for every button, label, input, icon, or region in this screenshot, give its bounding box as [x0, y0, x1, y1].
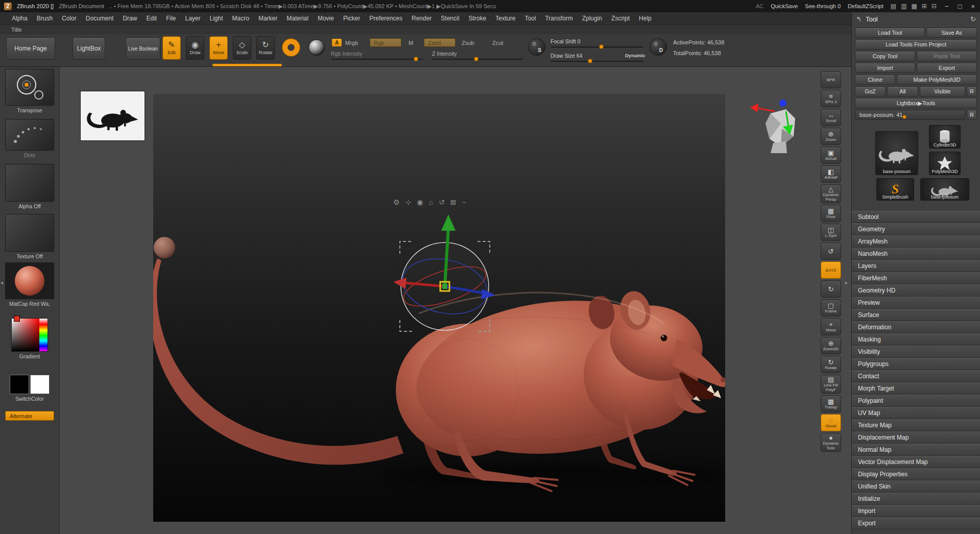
menu-item[interactable]: Stroke [464, 13, 491, 24]
goz-all-button[interactable]: All [887, 86, 918, 96]
tool-section-row[interactable]: Deformation [852, 321, 980, 333]
lock-icon[interactable]: ⊠ [450, 198, 457, 206]
tool-section-row[interactable]: NanoMesh [852, 248, 980, 260]
see-through-control[interactable]: See-through 0 [805, 3, 841, 9]
shelf-button[interactable]: ▢ Frame [821, 299, 841, 317]
shelf-button[interactable]: ⊕ Zoom3D [821, 337, 841, 354]
tool-section-row[interactable]: Import [852, 505, 980, 517]
secondary-color-swatch[interactable] [30, 375, 50, 394]
shelf-button[interactable]: BPR [821, 71, 841, 88]
active-tool-thumbnail[interactable]: base-possum [875, 131, 918, 175]
quicksave-button[interactable]: QuickSave [771, 3, 798, 9]
menu-item[interactable]: Preferences [365, 13, 407, 24]
shelf-button[interactable]: ◫ L.Sym [821, 224, 841, 241]
tool-section-row[interactable]: Masking [852, 333, 980, 346]
matcap-material-thumbnail[interactable]: MatCap Red Wa, [5, 262, 54, 307]
titlebar-icon[interactable]: ▦ [911, 3, 917, 10]
shelf-button[interactable]: △ Dynamic Persp [821, 184, 841, 203]
alternate-button[interactable]: Alternate [5, 411, 54, 421]
menu-item[interactable]: Macro [228, 13, 254, 24]
menu-item[interactable]: Texture [491, 13, 520, 24]
tool-section-row[interactable]: UV Map [852, 407, 980, 419]
goz-button[interactable]: GoZ [855, 86, 886, 96]
m-button[interactable]: M [409, 40, 413, 46]
goz-visible-button[interactable]: Visible [920, 86, 965, 96]
tool-section-row[interactable]: Display Properties [852, 468, 980, 480]
default-zscript-button[interactable]: DefaultZScript [848, 3, 883, 9]
minimize-button[interactable]: − [944, 3, 950, 10]
transpose-tool[interactable]: Transpose [5, 69, 54, 113]
tool-section-row[interactable]: Polypaint [852, 395, 980, 407]
shelf-button[interactable]: ↻ Rotate [821, 356, 841, 373]
menu-item[interactable]: Movie [313, 13, 339, 24]
tool-section-row[interactable]: Subtool [852, 211, 980, 223]
shelf-button[interactable]: ↔ Scroll [821, 109, 841, 126]
menu-item[interactable]: Draw [118, 13, 141, 24]
tool-section-row[interactable]: Geometry HD [852, 284, 980, 297]
home-icon[interactable]: ⌂ [429, 198, 433, 206]
load-tools-from-project-button[interactable]: Load Tools From Project [855, 39, 977, 50]
d-button[interactable]: ⚙ D [650, 38, 667, 56]
cylinder3d-tool-thumbnail[interactable]: Cylinder3D [929, 125, 961, 149]
simplebrush-tool-thumbnail[interactable]: S SimpleBrush [876, 178, 914, 201]
shelf-button[interactable]: ▩ Transp [821, 395, 841, 412]
saturation-value-area[interactable] [12, 319, 39, 351]
base-possum-tool-thumbnail[interactable]: base-possum [920, 178, 969, 201]
live-boolean-button[interactable]: Live Boolean [126, 37, 160, 60]
shelf-button[interactable]: ▤ Line Fill PolyF [821, 375, 841, 394]
home-page-button[interactable]: Home Page [6, 37, 55, 60]
shelf-button[interactable]: ◌ Ghost [821, 414, 841, 431]
tool-section-row[interactable]: Texture Map [852, 419, 980, 431]
close-button[interactable]: × [970, 3, 976, 10]
tool-section-row[interactable]: Normal Map [852, 444, 980, 456]
material-preview-sphere[interactable] [308, 39, 325, 56]
tool-section-row[interactable]: Morph Target [852, 382, 980, 395]
shelf-button[interactable]: &XYZ [821, 261, 841, 279]
tool-section-row[interactable]: Preview [852, 297, 980, 309]
menu-item[interactable]: Layer [181, 13, 205, 24]
shelf-button[interactable]: + Move [821, 318, 841, 335]
right-tray-collapse-arrow[interactable]: ◂ [844, 280, 847, 285]
shelf-button[interactable]: ≡ SPix 3 [821, 90, 841, 107]
pin-icon[interactable]: ⊹ [405, 198, 412, 206]
edit-mode-button[interactable]: ✎ Edit [162, 36, 181, 60]
goz-r-button[interactable]: R [967, 86, 977, 96]
menu-item[interactable]: Help [634, 13, 656, 24]
lightbox-tools-button[interactable]: Lightbox▶Tools [855, 98, 977, 108]
lightbox-button[interactable]: LightBox [73, 37, 105, 60]
menu-item[interactable]: Material [282, 13, 313, 24]
rat-texture-thumbnail[interactable] [80, 91, 145, 141]
tool-section-row[interactable]: Contact [852, 370, 980, 382]
texture-off-thumbnail[interactable]: Texture Off [5, 214, 54, 259]
clone-button[interactable]: Clone [855, 75, 895, 85]
menu-item[interactable]: Zscript [607, 13, 634, 24]
export-tool-button[interactable]: Export [917, 63, 977, 73]
viewport-3d[interactable]: ⚙ ⊹ ◉ ⌂ ↺ ⊠ − [153, 94, 725, 522]
titlebar-icon[interactable]: ▥ [901, 3, 906, 10]
reload-icon[interactable]: ↻ [970, 15, 976, 23]
import-tool-button[interactable]: Import [855, 63, 915, 73]
menu-item[interactable]: Transform [540, 13, 577, 24]
shelf-button[interactable]: ● Dynamic Solo [821, 433, 841, 452]
tool-section-row[interactable]: ArrayMesh [852, 235, 980, 248]
dots-stroke-tool[interactable]: Dots [5, 119, 54, 158]
tool-name-slider[interactable]: base-possum. 41 [855, 110, 965, 120]
camera-orientation-widget[interactable] [750, 97, 804, 155]
tool-section-row[interactable]: Displacement Map [852, 431, 980, 444]
paste-tool-button[interactable]: Paste Tool [917, 51, 977, 61]
shelf-button[interactable]: ↺ [821, 242, 841, 260]
scale-mode-button[interactable]: ◇ Scale [233, 36, 251, 60]
slider-r-button[interactable]: R [967, 110, 977, 120]
shelf-button[interactable]: ⊕ Zoom [821, 128, 841, 145]
menu-item[interactable]: Tool [520, 13, 540, 24]
shelf-button[interactable]: ↻ [821, 280, 841, 298]
menu-item[interactable]: Document [81, 13, 118, 24]
s-button[interactable]: ⚙ S [528, 38, 545, 56]
stroke-circle-button[interactable] [282, 38, 300, 57]
menu-item[interactable]: Zplugin [578, 13, 607, 24]
tool-section-row[interactable]: Vector Displacement Map [852, 456, 980, 468]
titlebar-icon[interactable]: ⊟ [931, 3, 937, 10]
titlebar-icon[interactable]: ▤ [891, 3, 896, 10]
tool-section-row[interactable]: Visibility [852, 346, 980, 358]
zadd-button[interactable]: Zadd [424, 38, 456, 47]
